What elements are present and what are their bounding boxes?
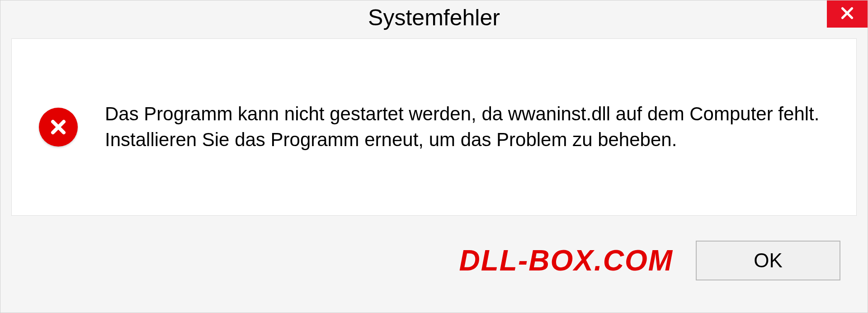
- watermark-text: DLL-BOX.COM: [459, 244, 674, 277]
- ok-button[interactable]: OK: [696, 241, 840, 280]
- titlebar: Systemfehler: [0, 0, 868, 35]
- error-icon: [39, 108, 78, 147]
- error-message: Das Programm kann nicht gestartet werden…: [105, 101, 829, 152]
- error-dialog: Systemfehler Das Programm kann nicht ges…: [0, 0, 868, 313]
- close-button[interactable]: [827, 0, 868, 28]
- dialog-title: Systemfehler: [368, 5, 500, 31]
- message-panel: Das Programm kann nicht gestartet werden…: [11, 38, 857, 216]
- close-icon: [839, 5, 855, 23]
- dialog-footer: DLL-BOX.COM OK: [0, 222, 868, 313]
- ok-button-label: OK: [754, 249, 783, 272]
